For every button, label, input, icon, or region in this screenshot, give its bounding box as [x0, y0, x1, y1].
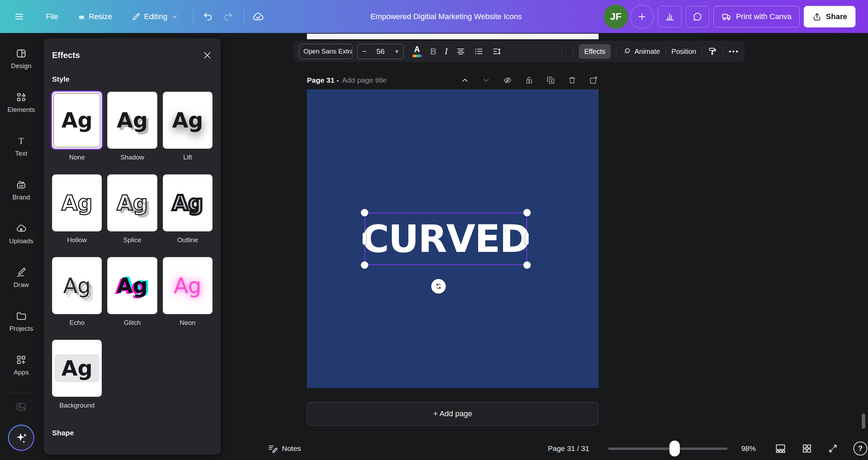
notes-button[interactable]: Notes — [267, 443, 301, 454]
insights-button[interactable] — [658, 6, 682, 27]
sidebar-item-brand[interactable]: co Brand — [2, 173, 40, 207]
sidebar-item-draw[interactable]: Draw — [2, 260, 40, 295]
shape-section-heading: Shape — [52, 429, 212, 437]
page-title-input[interactable]: Add page title — [342, 76, 386, 84]
rotate-icon — [435, 282, 442, 290]
photos-icon[interactable] — [15, 401, 27, 413]
sidebar-item-projects[interactable]: Projects — [2, 304, 40, 339]
effect-tile-shadow[interactable]: Ag — [107, 92, 157, 149]
apps-icon — [16, 354, 27, 365]
canvas-text[interactable]: CURVED — [361, 220, 530, 258]
scrollbar-thumb[interactable] — [862, 413, 865, 429]
spacing-button[interactable] — [492, 47, 502, 56]
avatar[interactable]: JF — [604, 5, 628, 29]
comment-icon — [692, 11, 703, 22]
page-header: Page 31 - Add page title — [307, 74, 599, 87]
effect-tile-echo[interactable]: Ag — [52, 257, 102, 314]
move-page-down-button[interactable] — [482, 76, 491, 85]
print-with-canva-button[interactable]: Print with Canva — [713, 6, 800, 27]
effects-button[interactable]: Effects — [579, 44, 611, 59]
effect-tile-hollow[interactable]: Ag — [52, 174, 102, 231]
text-color-button[interactable]: A — [412, 46, 422, 57]
sidebar-item-text[interactable]: T Text — [2, 129, 40, 164]
canvas-page[interactable]: CURVED — [307, 89, 599, 388]
sidebar-item-uploads[interactable]: Uploads — [2, 216, 40, 251]
toolbar-divider — [702, 46, 702, 57]
toolbar-divider — [561, 46, 562, 57]
toolbar-divider — [666, 46, 666, 57]
document-title[interactable]: Empowered Digitial Marketing Website Ico… — [370, 0, 522, 33]
sidebar-item-elements[interactable]: Elements — [2, 85, 40, 120]
undo-button[interactable] — [202, 11, 214, 22]
add-page-icon-button[interactable] — [589, 75, 599, 85]
svg-text:T: T — [18, 136, 24, 146]
effect-tile-neon[interactable]: Ag — [163, 257, 212, 314]
notes-icon — [267, 443, 278, 454]
resize-handle-bottom-right[interactable] — [523, 261, 531, 269]
selection-box[interactable]: CURVED — [365, 213, 527, 265]
line-spacing-icon — [492, 47, 502, 56]
hide-page-button[interactable] — [503, 75, 512, 85]
effect-tile-lift[interactable]: Ag — [163, 92, 212, 149]
sidebar-item-apps[interactable]: Apps — [2, 348, 40, 383]
animate-icon — [622, 47, 631, 56]
brand-icon: co — [16, 179, 27, 190]
bold-button[interactable]: B — [430, 47, 436, 57]
topbar-divider — [193, 9, 193, 24]
delete-page-button[interactable] — [568, 76, 577, 85]
bulleted-list-icon — [474, 47, 484, 56]
duplicate-page-button[interactable] — [546, 75, 556, 85]
elements-icon — [16, 92, 27, 103]
resize-handle-bottom-left[interactable] — [361, 261, 368, 269]
design-icon — [16, 48, 27, 59]
resize-handle-top-right[interactable] — [523, 209, 531, 216]
effect-tile-background[interactable]: Ag — [52, 340, 102, 397]
undo-icon — [202, 11, 214, 22]
copy-style-button[interactable] — [708, 47, 717, 56]
grid-view-button[interactable] — [801, 443, 812, 454]
zoom-slider-track[interactable] — [608, 447, 727, 450]
lock-page-button[interactable] — [525, 76, 534, 85]
zoom-slider[interactable] — [608, 441, 727, 457]
top-bar: File Resize Editing Empowered Digitial M… — [0, 0, 868, 33]
sidebar-item-design[interactable]: Design — [2, 41, 40, 76]
move-page-up-button[interactable] — [460, 76, 469, 85]
fullscreen-button[interactable] — [828, 443, 838, 454]
main-menu-button[interactable] — [14, 11, 24, 22]
list-button[interactable] — [474, 47, 484, 56]
save-status-button[interactable] — [252, 11, 264, 23]
rotate-handle[interactable] — [431, 279, 446, 294]
effect-tile-splice[interactable]: Ag — [107, 174, 157, 231]
effect-tile-glitch[interactable]: Ag — [107, 257, 157, 314]
font-family-button[interactable]: Open Sans Extra ... — [299, 44, 352, 59]
font-size-value[interactable]: 56 — [376, 47, 384, 56]
add-member-button[interactable] — [630, 5, 654, 28]
redo-button[interactable] — [223, 11, 234, 22]
text-align-button[interactable] — [456, 47, 466, 56]
file-menu-button[interactable]: File — [46, 12, 58, 21]
add-page-button[interactable]: + Add page — [307, 402, 599, 426]
resize-handle-top-left[interactable] — [361, 209, 368, 216]
help-button[interactable]: ? — [853, 442, 867, 455]
effect-tile-none[interactable]: Ag — [52, 92, 102, 149]
font-size-decrease[interactable]: − — [362, 47, 366, 56]
pages-view-button[interactable] — [775, 443, 786, 454]
zoom-slider-thumb[interactable] — [669, 441, 680, 457]
close-icon[interactable] — [202, 50, 212, 60]
position-button[interactable]: Position — [671, 48, 696, 56]
text-icon: T — [16, 135, 27, 147]
hamburger-icon — [14, 11, 24, 22]
cloud-check-icon — [252, 11, 264, 23]
magic-ai-button[interactable] — [8, 425, 34, 451]
effect-tile-outline[interactable]: Ag — [163, 174, 212, 231]
more-options-button[interactable]: ••• — [729, 48, 739, 56]
animate-button[interactable]: Animate — [622, 47, 660, 56]
italic-button[interactable]: I — [445, 47, 448, 56]
share-button[interactable]: Share — [804, 6, 856, 27]
resize-handle-right[interactable] — [525, 232, 529, 245]
resize-handle-left[interactable] — [362, 232, 366, 245]
comments-button[interactable] — [686, 6, 709, 27]
editing-mode-dropdown[interactable]: Editing — [132, 12, 178, 21]
font-size-increase[interactable]: + — [395, 47, 399, 56]
resize-button[interactable]: Resize — [78, 12, 112, 21]
